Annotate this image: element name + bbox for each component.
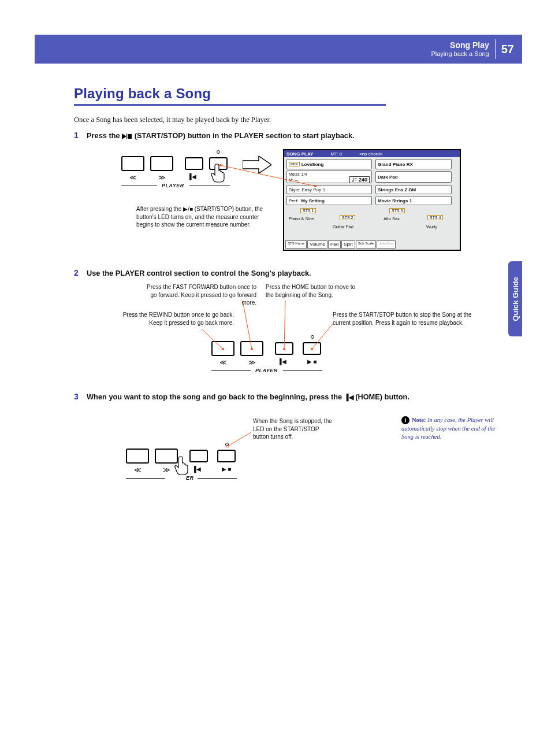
playstop-symbol: ▶ ■ xyxy=(215,466,238,472)
arrow-icon xyxy=(243,156,271,173)
caption-home: Press the HOME button to move to the beg… xyxy=(266,283,364,299)
step-number: 2 xyxy=(74,268,79,277)
player-label: PLAYER xyxy=(255,368,278,373)
lcd-lower: Movie Strings 1 xyxy=(375,196,452,205)
sts1-btn: STS 1 xyxy=(300,208,316,213)
sts3-name: Alto Sax xyxy=(384,216,400,221)
svg-rect-2 xyxy=(128,134,132,139)
caption-ledoff: When the Song is stopped, the LED on the… xyxy=(253,417,334,441)
fast-forward-button[interactable] xyxy=(150,156,173,171)
hand-icon xyxy=(174,455,191,475)
home-button[interactable] xyxy=(275,342,293,355)
rewind-symbol: ≪ xyxy=(211,358,234,366)
title-rule xyxy=(74,104,386,106)
step-number: 3 xyxy=(74,392,79,401)
page-header: Song Play Playing back a Song 57 xyxy=(35,35,522,64)
step-text: When you want to stop the song and go ba… xyxy=(87,392,456,402)
lcd-upper3: Strings Ens.2 GM xyxy=(375,185,452,194)
page-number: 57 xyxy=(501,43,514,56)
ff-symbol: ≫ xyxy=(240,358,263,366)
lcd-upper2: Dark Pad xyxy=(375,171,452,183)
home-symbol: ▐◀ xyxy=(183,173,201,180)
lcd-tabs: STS Name Volume Pad Split Sub Scale Juke… xyxy=(285,240,459,249)
rewind-symbol: ≪ xyxy=(121,173,144,181)
caption-startstop: After pressing the ▶/■ (START/STOP) butt… xyxy=(136,205,275,229)
sts1-name: Piano & Sine xyxy=(289,216,314,221)
svg-marker-0 xyxy=(122,134,126,139)
step-text: Use the PLAYER control section to contro… xyxy=(87,268,311,279)
home-button[interactable] xyxy=(189,450,208,462)
note-box: iNote: In any case, the Player will auto… xyxy=(401,416,502,442)
led-icon xyxy=(217,150,220,154)
lcd-screenshot: SONG PLAY MT: 8 <no chord> MIDI LoveSong… xyxy=(283,149,461,251)
sts2-name: Guitar Pad xyxy=(333,224,353,229)
caption-rew: Press the REWIND button once to go back.… xyxy=(113,311,234,327)
sts3-btn: STS 3 xyxy=(389,208,405,213)
sts4-name: Wurly xyxy=(426,224,437,229)
player-label: PLAYER xyxy=(162,183,184,188)
page: Song Play Playing back a Song 57 Playing… xyxy=(0,0,551,756)
home-symbol: ▐◀ xyxy=(273,358,291,365)
start-stop-button[interactable] xyxy=(303,342,321,355)
header-divider xyxy=(495,39,496,59)
lcd-perf: Perf: My Setting xyxy=(286,196,372,205)
led-icon xyxy=(225,443,229,446)
lcd-upper1: Grand Piano RX xyxy=(375,159,452,169)
lcd-song: MIDI LoveSong xyxy=(286,159,372,169)
player-diagram-2: ≪ ≫ ▐◀ ▶ ■ PLAYER xyxy=(211,335,333,381)
lcd-meter: Meter: 1/4 M: --- ♩= 240 xyxy=(286,171,372,183)
start-stop-button[interactable] xyxy=(217,450,236,462)
step-text: Press the (START/STOP) button in the PLA… xyxy=(87,131,355,141)
side-tab: Quick Guide xyxy=(508,261,522,336)
lcd-header: SONG PLAY MT: 8 <no chord> xyxy=(284,150,460,157)
led-icon xyxy=(311,335,314,339)
rewind-button[interactable] xyxy=(211,341,234,356)
side-tab-label: Quick Guide xyxy=(511,277,520,321)
page-title: Playing back a Song xyxy=(74,86,211,102)
section-title: Song Play xyxy=(431,41,489,50)
sts4-btn: STS 4 xyxy=(427,215,443,220)
section-subtitle: Playing back a Song xyxy=(431,50,489,57)
playstop-symbol: ▶ ■ xyxy=(300,358,323,365)
sts2-btn: STS 2 xyxy=(340,215,355,220)
info-icon: i xyxy=(401,416,409,424)
caption-ss: Press the START/STOP button to stop the … xyxy=(333,311,483,327)
rewind-symbol: ≪ xyxy=(126,466,149,474)
rewind-button[interactable] xyxy=(121,156,144,171)
lcd-style: Style: Easy Pop 1 xyxy=(286,185,372,194)
rewind-button[interactable] xyxy=(126,449,149,464)
intro-text: Once a Song has been selected, it may be… xyxy=(74,116,271,124)
hand-icon xyxy=(211,163,227,183)
home-button[interactable] xyxy=(185,157,203,170)
player-diagram-3: ≪ ≫ ▐◀ ▶ ■ ER xyxy=(126,443,247,489)
step-number: 1 xyxy=(74,131,79,140)
caption-ff: Press the FAST FORWARD button once to go… xyxy=(147,283,256,307)
play-stop-icon xyxy=(122,134,132,139)
fast-forward-button[interactable] xyxy=(240,341,263,356)
ff-symbol: ≫ xyxy=(150,173,173,181)
